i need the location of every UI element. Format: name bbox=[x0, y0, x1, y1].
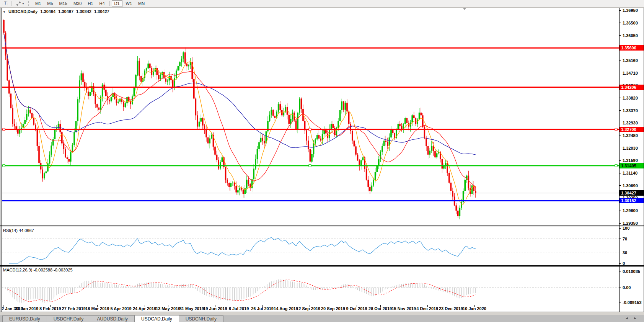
tab-scroll-left-icon[interactable]: ◄ bbox=[624, 316, 630, 320]
candle bbox=[51, 145, 52, 155]
candle bbox=[199, 122, 200, 127]
symbol-tab-usdchf[interactable]: USDCHF,Daily bbox=[47, 315, 91, 322]
tab-scroll-right-icon[interactable]: ► bbox=[632, 316, 638, 320]
chart-high-value: 1.30497 bbox=[58, 9, 73, 14]
candle bbox=[375, 172, 376, 180]
line-handle[interactable] bbox=[309, 128, 311, 131]
chart-canvas[interactable] bbox=[0, 0, 644, 322]
line-price-label[interactable]: 1.32700 bbox=[620, 127, 644, 132]
candle bbox=[139, 61, 140, 76]
price-axis-tick: 1.31140 bbox=[623, 171, 637, 175]
symbol-tab-audusd[interactable]: AUDUSD,Daily bbox=[90, 315, 135, 322]
candle bbox=[459, 208, 461, 216]
price-axis-tick-mark bbox=[619, 136, 621, 136]
macd-axis-tick: 0.00 bbox=[623, 285, 631, 290]
line-price-label[interactable]: 1.34206 bbox=[620, 85, 644, 90]
candle bbox=[75, 121, 77, 132]
macd-axis-tick-mark bbox=[619, 288, 621, 288]
line-price-label[interactable]: 1.30152 bbox=[620, 198, 644, 203]
candle bbox=[426, 138, 427, 146]
candle bbox=[79, 80, 80, 99]
candle bbox=[371, 186, 373, 191]
line-handle[interactable] bbox=[309, 165, 311, 167]
symbol-tab-eurusd[interactable]: EURUSD,Daily bbox=[2, 315, 47, 322]
horizontal-line-1.32700[interactable] bbox=[2, 128, 619, 131]
chart-shift-marker-icon[interactable] bbox=[463, 8, 466, 10]
candle bbox=[232, 183, 233, 183]
candle bbox=[442, 159, 443, 169]
candle bbox=[158, 75, 160, 79]
price-axis-tick: 1.32480 bbox=[623, 133, 638, 138]
price-axis-tick-mark bbox=[619, 73, 621, 73]
candle bbox=[146, 69, 147, 71]
rsi-axis-tick: 70 bbox=[623, 237, 627, 241]
symbol-tab-bar: EURUSD,DailyUSDCHF,DailyAUDUSD,DailyUSDC… bbox=[0, 315, 644, 322]
line-price-label[interactable]: 1.31405 bbox=[620, 163, 644, 168]
line-handle[interactable] bbox=[3, 128, 5, 131]
line-handle[interactable] bbox=[615, 165, 617, 167]
candle bbox=[348, 111, 350, 124]
line-handle[interactable] bbox=[615, 128, 617, 131]
time-axis-label: 13 May 2019 bbox=[156, 306, 180, 311]
time-axis-label: 19 Jun 2019 bbox=[203, 306, 227, 311]
candle bbox=[420, 113, 422, 115]
candle bbox=[369, 187, 371, 191]
candle bbox=[63, 144, 65, 149]
horizontal-line-1.31405[interactable] bbox=[2, 165, 619, 167]
candle bbox=[197, 115, 198, 126]
candle bbox=[378, 159, 380, 166]
candle bbox=[126, 97, 128, 103]
candle bbox=[147, 64, 149, 69]
candle bbox=[237, 190, 239, 192]
candle bbox=[419, 113, 420, 119]
candle bbox=[248, 180, 249, 184]
line-price-label[interactable]: 1.35606 bbox=[620, 45, 644, 51]
candle bbox=[269, 115, 271, 121]
candle bbox=[346, 103, 348, 111]
moving-average-21 bbox=[4, 33, 476, 188]
candle bbox=[394, 133, 395, 138]
price-axis-tick: 1.29800 bbox=[623, 208, 638, 213]
candle bbox=[292, 113, 293, 119]
candle bbox=[149, 64, 151, 68]
price-axis-tick-mark bbox=[619, 211, 621, 211]
candle bbox=[355, 146, 357, 154]
candle bbox=[341, 101, 342, 110]
chart-title: ▼ USDCAD,Daily 1.30464 1.30497 1.30342 1… bbox=[3, 9, 111, 14]
candle bbox=[308, 141, 309, 149]
candle bbox=[153, 72, 154, 75]
candle bbox=[380, 152, 382, 160]
candle bbox=[186, 64, 188, 66]
rsi-axis-tick-mark bbox=[619, 228, 621, 229]
candle bbox=[211, 135, 212, 139]
price-axis-tick-mark bbox=[619, 148, 621, 148]
candle bbox=[417, 119, 418, 124]
time-axis-label: 26 Jul 2019 bbox=[251, 306, 274, 311]
time-axis-label: 2 Sep 2019 bbox=[298, 306, 320, 311]
line-handle[interactable] bbox=[3, 165, 5, 167]
candle bbox=[228, 183, 230, 187]
symbol-tab-usdcnh[interactable]: USDCNH,Daily bbox=[179, 315, 223, 322]
candle bbox=[33, 118, 34, 125]
candle bbox=[67, 157, 68, 159]
price-axis-tick: 1.33820 bbox=[623, 96, 638, 100]
candle bbox=[316, 135, 318, 140]
macd-axis-tick: -0.009153 bbox=[623, 300, 642, 305]
candle bbox=[255, 159, 256, 168]
candle bbox=[49, 155, 51, 163]
chart-collapse-icon[interactable]: ▼ bbox=[3, 10, 6, 14]
price-axis-tick-mark bbox=[619, 98, 621, 98]
candle bbox=[17, 130, 19, 134]
candle bbox=[195, 99, 197, 116]
candle bbox=[184, 52, 186, 64]
candle bbox=[406, 118, 408, 123]
chart-low-value: 1.30342 bbox=[76, 9, 91, 14]
candle bbox=[424, 127, 426, 138]
symbol-tab-usdcad[interactable]: USDCAD,Daily bbox=[134, 315, 179, 322]
candle bbox=[243, 190, 244, 194]
candle bbox=[95, 94, 96, 104]
candle bbox=[216, 155, 218, 160]
candle bbox=[366, 169, 367, 180]
macd-plot bbox=[2, 280, 619, 303]
time-axis-label: 23 Dec 2019 bbox=[439, 306, 463, 311]
